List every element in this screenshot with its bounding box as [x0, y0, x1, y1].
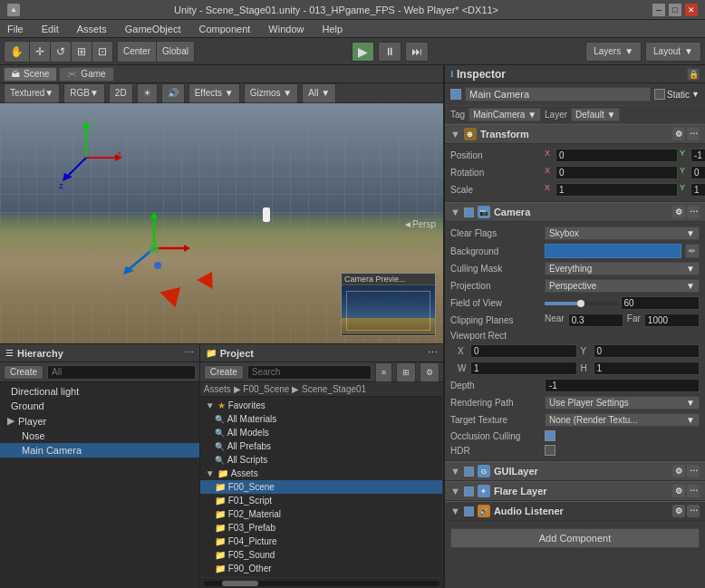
scale-y-input[interactable]	[691, 183, 705, 197]
hdr-checkbox[interactable]	[545, 445, 555, 456]
project-expand-icon[interactable]: ⋯	[428, 347, 438, 359]
hierarchy-create-button[interactable]: Create	[4, 365, 43, 380]
background-edit-button[interactable]: ✏	[685, 244, 700, 258]
textured-dropdown[interactable]: Textured ▼	[4, 83, 60, 103]
move-tool-button[interactable]: ✛	[30, 42, 51, 62]
vp-y-input[interactable]	[594, 344, 700, 358]
all-models-item[interactable]: 🔍 All Models	[200, 426, 442, 439]
list-item[interactable]: Ground	[0, 399, 199, 413]
audio-listener-header[interactable]: ▼ 🔊 Audio Listener ⚙ ⋯	[445, 501, 705, 521]
list-item[interactable]: ▶ Player	[0, 413, 199, 429]
add-component-button[interactable]: Add Component	[450, 528, 700, 548]
hierarchy-expand-icon[interactable]: ⋯	[184, 347, 194, 359]
project-scrollbar[interactable]	[200, 577, 443, 588]
project-search-input[interactable]	[247, 365, 372, 380]
inspector-lock-button[interactable]: 🔒	[687, 68, 700, 81]
lighting-button[interactable]: ☀	[137, 83, 158, 103]
far-value-input[interactable]	[644, 313, 700, 327]
rot-x-input[interactable]	[555, 166, 678, 179]
fov-value-input[interactable]	[621, 296, 700, 310]
flare-settings-button[interactable]: ⚙	[672, 485, 685, 497]
audio-button[interactable]: 🔊	[161, 83, 185, 103]
flare-extra-button[interactable]: ⋯	[687, 485, 700, 497]
menu-component[interactable]: Component	[195, 24, 254, 34]
f05-sound-item[interactable]: 📁 F05_Sound	[200, 548, 442, 562]
near-value-input[interactable]	[568, 313, 623, 327]
vp-h-input[interactable]	[594, 361, 700, 375]
all-prefabs-item[interactable]: 🔍 All Prefabs	[200, 439, 442, 453]
move-gizmo[interactable]	[118, 212, 190, 284]
clear-flags-dropdown[interactable]: Skybox▼	[545, 227, 700, 240]
pos-x-input[interactable]	[555, 149, 678, 162]
projection-dropdown[interactable]: Perspective▼	[545, 279, 700, 293]
camera-settings-button[interactable]: ⚙	[672, 206, 685, 218]
scale-tool-button[interactable]: ⊞	[72, 42, 92, 62]
list-item[interactable]: Directional light	[0, 384, 199, 399]
menu-help[interactable]: Help	[318, 24, 346, 34]
menu-gameobject[interactable]: GameObject	[121, 24, 185, 34]
gizmos-dropdown[interactable]: Gizmos ▼	[244, 83, 299, 103]
layers-dropdown[interactable]: Layers ▼	[585, 42, 642, 62]
object-name-input[interactable]	[465, 87, 651, 101]
camera-extra-button[interactable]: ⋯	[687, 206, 700, 218]
vp-x-input[interactable]	[470, 344, 577, 358]
project-view-icon1[interactable]: ≡	[375, 362, 392, 382]
vp-w-input[interactable]	[470, 361, 577, 375]
hand-tool-button[interactable]: ✋	[5, 42, 30, 62]
maximize-button[interactable]: □	[669, 4, 681, 16]
tab-scene[interactable]: 🏔 Scene	[4, 67, 57, 82]
transform-header[interactable]: ▼ ⊕ Transform ⚙ ⋯	[445, 124, 705, 144]
camera-active-checkbox[interactable]	[464, 207, 474, 217]
fov-slider[interactable]	[545, 302, 617, 305]
rot-y-input[interactable]	[691, 166, 705, 179]
step-button[interactable]: ⏭	[405, 42, 429, 62]
scale-x-input[interactable]	[555, 183, 678, 197]
rgb-dropdown[interactable]: RGB ▼	[63, 83, 105, 103]
menu-assets[interactable]: Assets	[73, 24, 111, 34]
layout-dropdown[interactable]: Layout ▼	[645, 42, 701, 62]
rect-tool-button[interactable]: ⊡	[92, 42, 112, 62]
audio-settings-button[interactable]: ⚙	[672, 505, 685, 517]
f03-prefab-item[interactable]: 📁 F03_Prefab	[200, 521, 442, 535]
main-camera-item[interactable]: Main Camera	[0, 443, 199, 458]
scene-canvas[interactable]: Y X Z	[0, 103, 443, 343]
close-button[interactable]: ✕	[685, 4, 698, 16]
pos-y-input[interactable]	[691, 149, 705, 162]
rotate-tool-button[interactable]: ↺	[51, 42, 72, 62]
culling-mask-dropdown[interactable]: Everything▼	[545, 262, 700, 275]
pause-button[interactable]: ⏸	[378, 42, 401, 62]
transform-settings-button[interactable]: ⚙	[672, 128, 685, 140]
global-button[interactable]: Global	[157, 42, 194, 62]
play-button[interactable]: ▶	[352, 42, 374, 62]
tab-game[interactable]: 🎮 Game	[59, 67, 113, 82]
object-active-checkbox[interactable]	[450, 89, 461, 100]
all-materials-item[interactable]: 🔍 All Materials	[200, 412, 442, 426]
project-create-button[interactable]: Create	[204, 365, 244, 380]
tag-dropdown[interactable]: MainCamera ▼	[468, 108, 541, 121]
camera-header[interactable]: ▼ 📷 Camera ⚙ ⋯	[445, 202, 705, 222]
2d-button[interactable]: 2D	[109, 83, 133, 103]
depth-input[interactable]	[545, 379, 700, 392]
background-color-swatch[interactable]	[545, 244, 681, 258]
center-button[interactable]: Center	[118, 42, 157, 62]
minimize-button[interactable]: ─	[652, 4, 665, 16]
f00-scene-item[interactable]: 📁 F00_Scene	[200, 480, 442, 494]
guilayer-settings-button[interactable]: ⚙	[672, 465, 685, 477]
static-dropdown-button[interactable]: ▼	[691, 90, 700, 99]
flare-layer-header[interactable]: ▼ ✦ Flare Layer ⚙ ⋯	[445, 481, 705, 501]
audio-extra-button[interactable]: ⋯	[687, 505, 700, 517]
guilayer-extra-button[interactable]: ⋯	[687, 465, 700, 477]
rendering-path-dropdown[interactable]: Use Player Settings▼	[545, 396, 700, 410]
menu-file[interactable]: File	[4, 24, 27, 34]
assets-folder[interactable]: ▼ 📁 Assets	[200, 467, 442, 480]
layer-dropdown[interactable]: Default ▼	[571, 108, 620, 121]
list-item[interactable]: Nose	[0, 429, 199, 443]
project-settings-icon[interactable]: ⚙	[420, 362, 439, 382]
project-view-icon2[interactable]: ⊞	[396, 362, 416, 382]
f90-other-item[interactable]: 📁 F90_Other	[200, 562, 442, 575]
all-dropdown[interactable]: All ▼	[302, 83, 336, 103]
audio-active-checkbox[interactable]	[464, 506, 474, 516]
favorites-folder[interactable]: ▼ ★ Favorites	[200, 399, 442, 412]
effects-dropdown[interactable]: Effects ▼	[188, 83, 240, 103]
f04-picture-item[interactable]: 📁 F04_Picture	[200, 535, 442, 548]
